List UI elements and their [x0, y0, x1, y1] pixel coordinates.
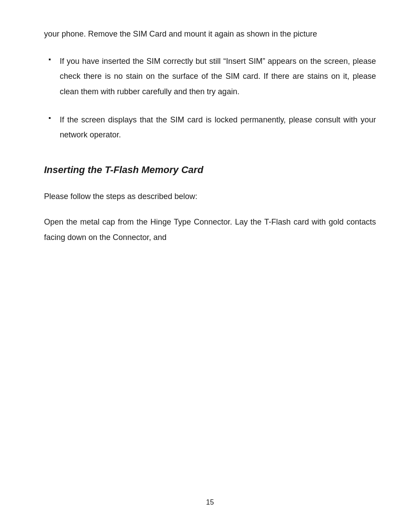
- bullet-list: ▪ If you have inserted the SIM correctly…: [44, 54, 376, 142]
- bullet-marker-2: ▪: [48, 114, 51, 122]
- body-paragraph-2: Open the metal cap from the Hinge Type C…: [44, 214, 376, 244]
- page-number: 15: [206, 498, 214, 506]
- bullet-item-2: ▪ If the screen displays that the SIM ca…: [44, 112, 376, 142]
- bullet-marker-1: ▪: [48, 55, 51, 63]
- section-heading: Inserting the T-Flash Memory Card: [44, 164, 376, 176]
- bullet-text-2: If the screen displays that the SIM card…: [60, 112, 376, 142]
- body-paragraph-1: Please follow the steps as described bel…: [44, 189, 376, 204]
- intro-paragraph: your phone. Remove the SIM Card and moun…: [44, 26, 376, 41]
- bullet-item-1: ▪ If you have inserted the SIM correctly…: [44, 54, 376, 99]
- page-content: your phone. Remove the SIM Card and moun…: [0, 0, 420, 524]
- bullet-text-1: If you have inserted the SIM correctly b…: [60, 54, 376, 99]
